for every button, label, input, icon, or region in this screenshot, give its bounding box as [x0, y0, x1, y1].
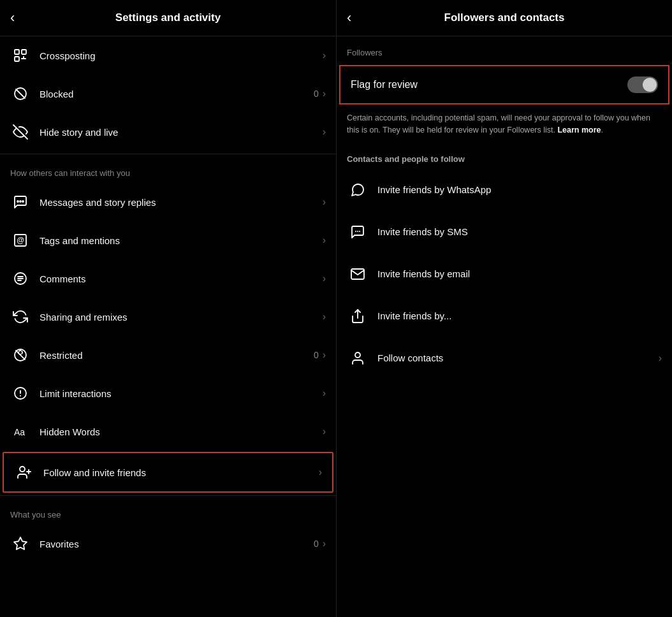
menu-item-restricted[interactable]: Restricted 0 ›	[0, 336, 336, 374]
restricted-chevron: ›	[323, 349, 326, 361]
svg-text:Aa: Aa	[14, 427, 25, 437]
menu-item-crossposting[interactable]: Crossposting ›	[0, 36, 336, 75]
restricted-icon	[10, 345, 31, 365]
learn-more-link[interactable]: Learn more	[557, 126, 601, 134]
svg-marker-22	[14, 537, 27, 549]
menu-item-limit[interactable]: Limit interactions ›	[0, 374, 336, 412]
svg-rect-0	[15, 50, 19, 54]
svg-line-13	[16, 351, 25, 359]
sharing-chevron: ›	[323, 311, 326, 323]
svg-point-8	[22, 201, 24, 202]
menu-item-follow-contacts[interactable]: Follow contacts ›	[337, 337, 672, 379]
svg-point-6	[20, 201, 21, 202]
crossposting-chevron: ›	[323, 50, 326, 61]
menu-item-email[interactable]: Invite friends by email	[337, 253, 672, 295]
flag-review-label: Flag for review	[351, 79, 627, 91]
email-icon	[347, 263, 369, 285]
limit-icon	[10, 383, 31, 403]
comments-chevron: ›	[323, 273, 326, 284]
section2-label: What you see	[0, 498, 336, 525]
menu-item-blocked[interactable]: Blocked 0 ›	[0, 75, 336, 113]
svg-point-17	[20, 395, 21, 396]
follow-invite-icon	[14, 462, 34, 483]
menu-item-invite-other[interactable]: Invite friends by...	[337, 295, 672, 337]
invite-other-label: Invite friends by...	[377, 310, 662, 321]
menu-item-hide-story[interactable]: Hide story and live ›	[0, 113, 336, 151]
sms-label: Invite friends by SMS	[377, 226, 662, 237]
hide-story-label: Hide story and live	[40, 127, 323, 138]
divider-1	[0, 154, 336, 154]
tags-chevron: ›	[323, 235, 326, 246]
left-panel-header: ‹ Settings and activity	[0, 0, 336, 36]
email-label: Invite friends by email	[377, 268, 662, 279]
blocked-badge: 0	[314, 89, 319, 99]
follow-invite-chevron: ›	[319, 467, 322, 478]
sms-icon	[347, 221, 369, 243]
left-panel-content: Crossposting › Blocked 0 › Hi	[0, 36, 336, 617]
menu-item-sms[interactable]: Invite friends by SMS	[337, 211, 672, 253]
menu-item-messages[interactable]: Messages and story replies ›	[0, 183, 336, 221]
messages-label: Messages and story replies	[40, 197, 323, 208]
menu-item-comments[interactable]: Comments ›	[0, 259, 336, 298]
whatsapp-label: Invite friends by WhatsApp	[377, 184, 662, 195]
contacts-icon	[347, 347, 369, 369]
menu-item-sharing[interactable]: Sharing and remixes ›	[0, 298, 336, 336]
whatsapp-icon	[347, 179, 369, 201]
divider-2	[0, 495, 336, 496]
comments-label: Comments	[40, 273, 323, 284]
sharing-label: Sharing and remixes	[40, 312, 323, 323]
share-icon	[347, 305, 369, 327]
svg-text:@: @	[17, 236, 24, 245]
followers-label: Followers	[337, 36, 672, 62]
favorites-label: Favorites	[40, 539, 314, 549]
blocked-icon	[10, 83, 31, 104]
favorites-badge: 0	[314, 539, 319, 549]
hidden-words-chevron: ›	[323, 426, 326, 437]
menu-item-whatsapp[interactable]: Invite friends by WhatsApp	[337, 169, 672, 211]
svg-point-25	[359, 231, 360, 232]
flag-review-toggle[interactable]	[627, 76, 658, 93]
svg-rect-1	[22, 50, 26, 54]
follow-contacts-label: Follow contacts	[377, 352, 659, 363]
left-panel-title: Settings and activity	[115, 11, 221, 24]
svg-point-7	[17, 201, 18, 202]
menu-item-tags[interactable]: @ Tags and mentions ›	[0, 221, 336, 259]
svg-rect-2	[15, 57, 19, 61]
limit-label: Limit interactions	[40, 388, 323, 399]
favorites-chevron: ›	[323, 538, 326, 549]
blocked-label: Blocked	[40, 89, 314, 99]
crossposting-label: Crossposting	[40, 50, 323, 61]
flag-review-description: Certain accounts, including potential sp…	[337, 107, 672, 147]
crosspost-icon	[10, 45, 31, 66]
limit-chevron: ›	[323, 388, 326, 399]
svg-line-4	[16, 89, 25, 98]
restricted-label: Restricted	[40, 350, 314, 361]
svg-point-27	[355, 352, 360, 358]
left-panel: ‹ Settings and activity Crossposting ›	[0, 0, 336, 617]
right-panel-content: Followers Flag for review Certain accoun…	[337, 36, 672, 617]
menu-item-favorites[interactable]: Favorites 0 ›	[0, 525, 336, 563]
hide-story-chevron: ›	[323, 126, 326, 138]
right-panel: ‹ Followers and contacts Followers Flag …	[336, 0, 672, 617]
restricted-badge: 0	[314, 350, 319, 360]
follow-contacts-chevron: ›	[659, 352, 662, 364]
messages-chevron: ›	[323, 196, 326, 208]
flag-review-row[interactable]: Flag for review	[339, 65, 669, 105]
section1-label: How others can interact with you	[0, 157, 336, 183]
hide-story-icon	[10, 122, 31, 142]
left-back-arrow[interactable]: ‹	[10, 10, 15, 26]
comments-icon	[10, 268, 31, 289]
sharing-icon	[10, 307, 31, 327]
tags-label: Tags and mentions	[40, 235, 323, 246]
contacts-label: Contacts and people to follow	[337, 147, 672, 169]
menu-item-follow-invite[interactable]: Follow and invite friends ›	[3, 452, 333, 493]
right-back-arrow[interactable]: ‹	[347, 10, 351, 26]
menu-item-hidden-words[interactable]: Aa Hidden Words ›	[0, 412, 336, 451]
svg-point-23	[355, 231, 356, 232]
svg-point-24	[357, 231, 358, 232]
follow-invite-label: Follow and invite friends	[43, 467, 319, 478]
hidden-words-label: Hidden Words	[40, 426, 323, 437]
tags-icon: @	[10, 230, 31, 250]
svg-point-19	[20, 467, 25, 472]
right-panel-title: Followers and contacts	[444, 11, 565, 24]
